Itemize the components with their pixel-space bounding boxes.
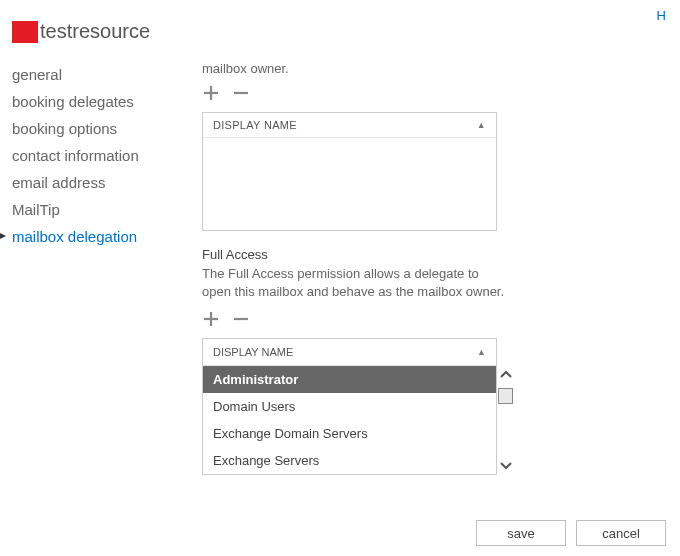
add-owner-button[interactable] xyxy=(202,84,220,102)
plus-icon xyxy=(203,311,219,327)
minus-icon xyxy=(233,85,249,101)
full-access-section: Full Access The Full Access permission a… xyxy=(202,247,510,475)
plus-icon xyxy=(203,85,219,101)
full-access-title: Full Access xyxy=(202,247,510,262)
scrollbar[interactable] xyxy=(498,366,514,474)
scroll-thumb[interactable] xyxy=(498,388,513,404)
chevron-down-icon[interactable] xyxy=(499,458,513,474)
minus-icon xyxy=(233,311,249,327)
scroll-track[interactable] xyxy=(498,382,514,458)
sidebar-item-booking-options[interactable]: booking options xyxy=(12,115,192,142)
owner-column-label: DISPLAY NAME xyxy=(213,119,297,131)
table-row[interactable]: Exchange Servers xyxy=(203,447,496,474)
sidebar-item-contact-information[interactable]: contact information xyxy=(12,142,192,169)
owner-column-header[interactable]: DISPLAY NAME ▲ xyxy=(203,113,496,138)
cancel-button[interactable]: cancel xyxy=(576,520,666,546)
sort-asc-icon: ▲ xyxy=(477,120,486,130)
help-link[interactable]: H xyxy=(657,8,666,23)
page-title: testresource xyxy=(40,20,150,43)
table-row[interactable]: Administrator xyxy=(203,366,496,393)
remove-owner-button[interactable] xyxy=(232,84,250,102)
main-panel: mailbox owner. DISPLAY NAME ▲ Full Acces… xyxy=(192,61,680,491)
chevron-up-icon[interactable] xyxy=(499,366,513,382)
full-access-description: The Full Access permission allows a dele… xyxy=(202,265,510,300)
footer-actions: save cancel xyxy=(476,520,666,546)
page-header: testresource xyxy=(0,0,680,61)
owner-list-body xyxy=(203,138,496,230)
remove-fullaccess-button[interactable] xyxy=(232,310,250,328)
table-row[interactable]: Exchange Domain Servers xyxy=(203,420,496,447)
table-row[interactable]: Domain Users xyxy=(203,393,496,420)
mailbox-owner-section: mailbox owner. DISPLAY NAME ▲ xyxy=(202,61,510,231)
sidebar-item-email-address[interactable]: email address xyxy=(12,169,192,196)
sidebar-item-general[interactable]: general xyxy=(12,61,192,88)
fullaccess-table-body: Administrator Domain Users Exchange Doma… xyxy=(203,366,496,474)
fullaccess-column-header[interactable]: DISPLAY NAME ▲ xyxy=(203,339,496,366)
save-button[interactable]: save xyxy=(476,520,566,546)
mailbox-icon xyxy=(12,21,38,43)
fullaccess-table[interactable]: DISPLAY NAME ▲ Administrator Domain User… xyxy=(202,338,497,475)
fullaccess-column-label: DISPLAY NAME xyxy=(213,346,293,358)
sidebar-item-booking-delegates[interactable]: booking delegates xyxy=(12,88,192,115)
sidebar: general booking delegates booking option… xyxy=(12,61,192,491)
owner-listbox[interactable]: DISPLAY NAME ▲ xyxy=(202,112,497,231)
sidebar-item-mailtip[interactable]: MailTip xyxy=(12,196,192,223)
mailbox-owner-label: mailbox owner. xyxy=(202,61,510,76)
add-fullaccess-button[interactable] xyxy=(202,310,220,328)
sort-asc-icon: ▲ xyxy=(477,347,486,357)
sidebar-item-mailbox-delegation[interactable]: mailbox delegation xyxy=(12,223,192,250)
